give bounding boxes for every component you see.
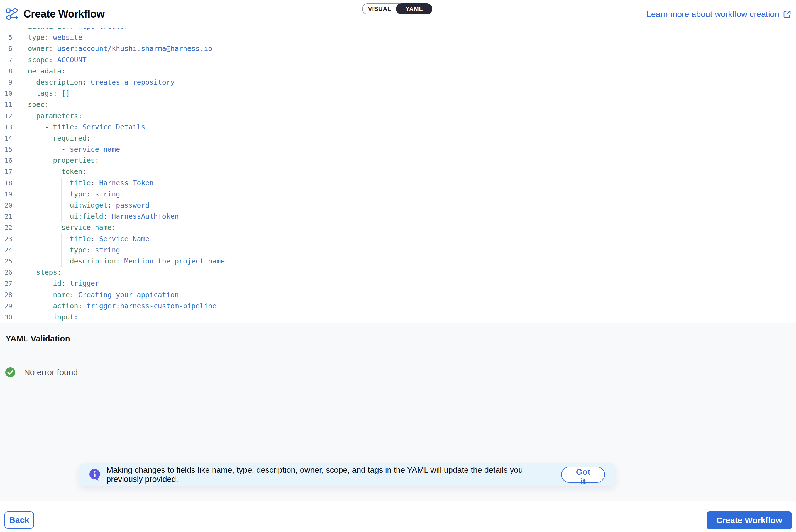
code-line[interactable]: 14required: [0,133,796,144]
code-line[interactable]: 19type: string [0,189,796,200]
indent-guide [61,256,61,267]
success-check-icon [5,367,16,378]
validation-panel-header: YAML Validation [0,323,796,354]
indent-guide [53,189,53,200]
code-line[interactable]: 10tags: [] [0,88,796,99]
indent-guide [44,289,45,301]
code-line[interactable]: 18title: Harness Token [0,177,796,189]
create-workflow-button[interactable]: Create Workflow [707,511,792,529]
line-number: 29 [0,301,12,311]
indent-guide [44,211,45,222]
indent-guide [53,256,53,267]
code-line[interactable]: 27- id: trigger [0,278,796,289]
code-line[interactable]: 30input: [0,311,796,323]
code-line[interactable]: 21ui:field: HarnessAuthToken [0,211,796,222]
line-number: 10 [0,88,12,99]
indent-guide [53,222,53,233]
toggle-yaml[interactable]: YAML [396,3,432,15]
indent-guide [44,301,45,311]
code-line[interactable]: 9description: Creates a repository [0,77,796,88]
code-line[interactable]: 6owner: user:account/khushi.sharma@harne… [0,43,796,54]
line-number: 6 [0,43,12,54]
indent-guide [44,166,45,177]
banner-message: Making changes to fields like name, type… [106,466,561,484]
code-line[interactable]: 28name: Creating your appication [0,289,796,301]
line-number: 25 [0,256,12,267]
header-left: Create Workflow [0,7,105,21]
indent-guide [28,189,28,200]
line-number: 9 [0,77,12,88]
learn-more-label: Learn more about workflow creation [647,10,779,19]
create-workflow-page: Create Workflow VISUAL YAML Learn more a… [0,0,796,532]
line-number: 8 [0,66,12,77]
code-line[interactable]: 22service_name: [0,222,796,233]
indent-guide [53,144,53,155]
indent-guide [28,256,28,267]
line-number: 24 [0,245,12,256]
toggle-visual[interactable]: VISUAL [363,4,397,14]
footer: Back Create Workflow [0,501,796,532]
got-it-button[interactable]: Got it [561,467,605,483]
validation-status: No error found [24,367,78,377]
code-line[interactable]: 8metadata: [0,66,796,77]
code-line[interactable]: 5type: website [0,32,796,43]
line-number: 14 [0,133,12,144]
yaml-editor[interactable]: 4identifier: Repo_creator5type: website6… [0,28,796,323]
code-line[interactable]: 23title: Service Name [0,233,796,245]
line-number: 28 [0,289,12,301]
indent-guide [28,211,28,222]
indent-guide [44,311,45,323]
code-line[interactable]: 13- title: Service Details [0,121,796,133]
indent-guide [28,177,28,189]
code-line[interactable]: 26steps: [0,267,796,278]
indent-guide [28,278,28,289]
code-line[interactable]: 25description: Mention the project name [0,256,796,267]
line-number: 12 [0,111,12,121]
code-line[interactable]: 4identifier: Repo_creator [0,28,796,32]
indent-guide [53,200,53,211]
indent-guide [61,189,61,200]
indent-guide [44,189,45,200]
code-line[interactable]: 11spec: [0,99,796,110]
indent-guide [53,245,53,256]
line-number: 7 [0,55,12,66]
indent-guide [61,200,61,211]
indent-guide [53,177,53,189]
indent-guide [28,267,28,278]
code-line[interactable]: 20ui:widget: password [0,200,796,211]
indent-guide [28,301,28,311]
view-toggle[interactable]: VISUAL YAML [362,3,432,15]
indent-guide [44,144,45,155]
indent-guide [28,166,28,177]
indent-guide [61,177,61,189]
validation-title: YAML Validation [5,334,70,343]
code-line[interactable]: 29action: trigger:harness-custom-pipelin… [0,301,796,311]
line-number: 17 [0,166,12,177]
line-number: 4 [0,28,12,32]
indent-guide [53,233,53,245]
indent-guide [28,77,28,88]
line-number: 16 [0,155,12,166]
indent-guide [28,88,28,99]
info-bubble-icon [89,468,102,481]
back-button[interactable]: Back [4,511,34,529]
code-line[interactable]: 12parameters: [0,111,796,121]
line-number: 11 [0,99,12,110]
line-number: 5 [0,32,12,43]
code-line[interactable]: 24type: string [0,245,796,256]
indent-guide [61,245,61,256]
code-line[interactable]: 16properties: [0,155,796,166]
learn-more-link[interactable]: Learn more about workflow creation [647,0,792,28]
indent-guide [44,177,45,189]
line-number: 15 [0,144,12,155]
code-line[interactable]: 7scope: ACCOUNT [0,55,796,66]
indent-guide [28,222,28,233]
code-lines: 4identifier: Repo_creator5type: website6… [0,28,796,323]
code-line[interactable]: 15- service_name [0,144,796,155]
indent-guide [28,289,28,301]
code-line[interactable]: 17token: [0,166,796,177]
indent-guide [28,133,28,144]
indent-guide [28,121,28,133]
line-number: 22 [0,222,12,233]
indent-guide [28,144,28,155]
